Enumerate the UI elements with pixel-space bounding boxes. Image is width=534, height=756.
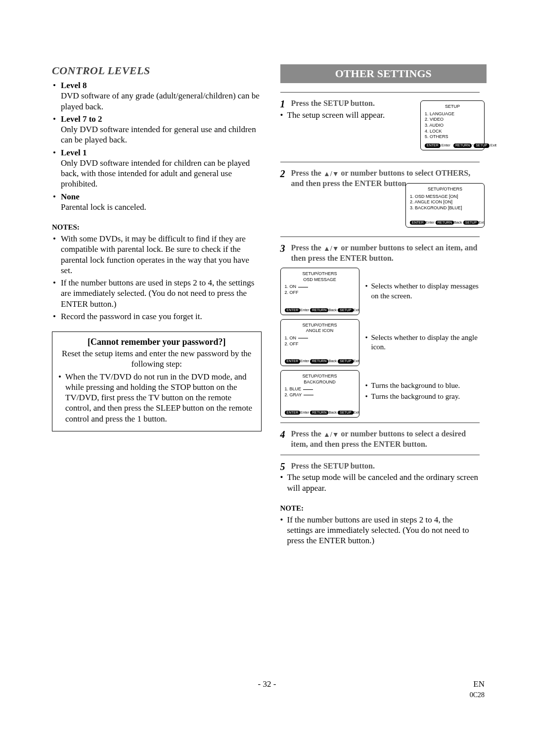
osd-title: SETUP/OTHERS — [410, 187, 480, 192]
pill-enter: ENTER — [285, 308, 301, 312]
pill-enter: ENTER — [285, 359, 301, 363]
step-number: 2 — [280, 167, 285, 180]
level-desc: DVD software of any grade (adult/general… — [61, 91, 262, 112]
osd-note: Selects whether to display the angle ico… — [365, 333, 480, 352]
pill-enter: ENTER — [285, 411, 301, 415]
up-down-arrow-icon: ▲/▼ — [323, 431, 339, 438]
osd-foot-text: Enter — [300, 359, 309, 363]
osd-item: 1. ON — [285, 335, 355, 341]
step-4: 4 Press the ▲/▼ or number buttons to sel… — [280, 429, 480, 450]
osd-item: 2. GRAY — [285, 392, 355, 398]
step-head: Press the ▲/▼ or number buttons to selec… — [291, 243, 478, 262]
osd-setup: SETUP 1. LANGUAGE 2. VIDEO 3. AUDIO 4. L… — [420, 100, 485, 150]
pill-return: RETURN — [453, 143, 472, 147]
pill-return: RETURN — [436, 221, 454, 225]
step-head: Press the ▲/▼ or number buttons to selec… — [291, 429, 466, 448]
osd-subtitle: ANGLE ICON — [285, 328, 355, 334]
level-desc: Parental lock is canceled. — [61, 202, 262, 212]
osd-item: 3. BACKGROUND [BLUE] — [410, 205, 480, 211]
osd-note: Turns the background to gray. — [365, 392, 480, 402]
osd-note: Selects whether to display messages on t… — [365, 282, 480, 301]
osd-item: 1. LANGUAGE — [425, 111, 480, 117]
up-down-arrow-icon: ▲/▼ — [323, 170, 339, 178]
step-number: 4 — [280, 428, 285, 441]
osd-foot-text: Exit — [354, 359, 360, 363]
step-text: Press the — [291, 243, 323, 252]
pill-setup: SETUP — [338, 308, 353, 312]
level-title: Level 1 — [61, 148, 87, 157]
osd-angle-icon: SETUP/OTHERS ANGLE ICON 1. ON 2. OFF ENT… — [280, 319, 359, 367]
osd-note: Turns the background to blue. — [365, 381, 480, 391]
osd-foot-text: Enter — [442, 143, 450, 147]
separator — [280, 455, 480, 455]
level-item: Level 8 DVD software of any grade (adult… — [52, 80, 262, 112]
osd-foot-text: Back — [328, 308, 337, 312]
control-levels-heading: CONTROL LEVELS — [52, 64, 262, 77]
osd-item: 1. ON — [285, 284, 355, 290]
osd-footer: ENTEREnter RETURNBack SETUPExit — [285, 359, 355, 364]
osd-item: 2. ANGLE ICON [ON] — [410, 199, 480, 205]
osd-item: 5. OTHERS — [425, 134, 480, 140]
levels-list: Level 8 DVD software of any grade (adult… — [52, 80, 262, 212]
note-item: Record the password in case you forget i… — [52, 311, 262, 322]
password-sub: Reset the setup items and enter the new … — [58, 348, 255, 370]
step-head: Press the SETUP button. — [291, 99, 375, 107]
pill-setup: SETUP — [338, 359, 353, 363]
osd-foot-text: Back — [328, 410, 337, 415]
pill-setup: SETUP — [463, 221, 479, 225]
osd-foot-text: Exit — [490, 143, 497, 147]
step-text: Press the — [291, 429, 323, 438]
note-item: If the number buttons are used in steps … — [52, 278, 262, 309]
osd-foot-text: Enter — [300, 308, 309, 312]
level-title: Level 8 — [61, 81, 87, 90]
pill-return: RETURN — [310, 308, 328, 312]
osd-title: SETUP/OTHERS — [285, 374, 355, 379]
level-desc: Only DVD software intended for children … — [61, 158, 262, 189]
step-head: Press the SETUP button. — [291, 462, 375, 470]
step-5: 5 Press the SETUP button. — [280, 461, 480, 472]
other-settings-banner: OTHER SETTINGS — [280, 64, 487, 83]
osd-foot-text: Back — [328, 359, 337, 363]
page-lang: EN — [473, 679, 485, 689]
leader-line-icon — [303, 389, 313, 390]
level-title: Level 7 to 2 — [61, 114, 102, 124]
notes-list: With some DVDs, it may be difficult to f… — [52, 234, 262, 322]
page-number: - 32 - — [258, 679, 276, 689]
step-3: 3 Press the ▲/▼ or number buttons to sel… — [280, 243, 480, 264]
pill-setup: SETUP — [474, 143, 489, 147]
notes-heading: NOTES: — [52, 223, 262, 232]
osd-footer: ENTER Enter RETURN･SETUP Exit — [425, 143, 480, 148]
osd-item: 2. VIDEO — [425, 117, 480, 123]
osd-foot-text: Exit — [479, 220, 485, 225]
leader-line-icon — [298, 338, 308, 338]
up-down-arrow-icon: ▲/▼ — [323, 245, 339, 252]
separator — [280, 162, 480, 162]
osd-foot-text: Enter — [426, 220, 435, 225]
step-5-body: The setup mode will be canceled and the … — [280, 472, 480, 493]
separator — [280, 423, 480, 423]
password-step: When the TV/DVD do not run in the DVD mo… — [58, 372, 255, 424]
osd-osd-message: SETUP/OTHERS OSD MESSAGE 1. ON 2. OFF EN… — [280, 268, 359, 315]
osd-subtitle: OSD MESSAGE — [285, 277, 355, 283]
level-desc: Only DVD software intended for general u… — [61, 124, 262, 145]
separator — [280, 92, 480, 93]
osd-item: 2. OFF — [285, 290, 355, 296]
step-text: Press the — [291, 169, 323, 177]
osd-background: SETUP/OTHERS BACKGROUND 1. BLUE 2. GRAY … — [280, 370, 359, 418]
step-number: 5 — [280, 460, 285, 473]
note-item: With some DVDs, it may be difficult to f… — [52, 234, 262, 276]
osd-title: SETUP — [425, 104, 480, 110]
note-body: If the number buttons are used in steps … — [280, 515, 480, 546]
osd-item: 4. LOCK — [425, 129, 480, 135]
pill-return: RETURN — [310, 411, 328, 415]
osd-setup-others: SETUP/OTHERS 1. OSD MESSAGE [ON] 2. ANGL… — [405, 183, 485, 228]
osd-foot-text: Back — [454, 220, 462, 225]
osd-title: SETUP/OTHERS — [285, 323, 355, 329]
level-title: None — [61, 192, 80, 201]
password-box: [Cannot remember your password?] Reset t… — [52, 331, 262, 431]
level-item: Level 1 Only DVD software intended for c… — [52, 147, 262, 189]
separator — [280, 236, 480, 237]
osd-item: 2. OFF — [285, 341, 355, 347]
osd-foot-text: Exit — [354, 410, 360, 415]
leader-line-icon — [298, 287, 308, 287]
